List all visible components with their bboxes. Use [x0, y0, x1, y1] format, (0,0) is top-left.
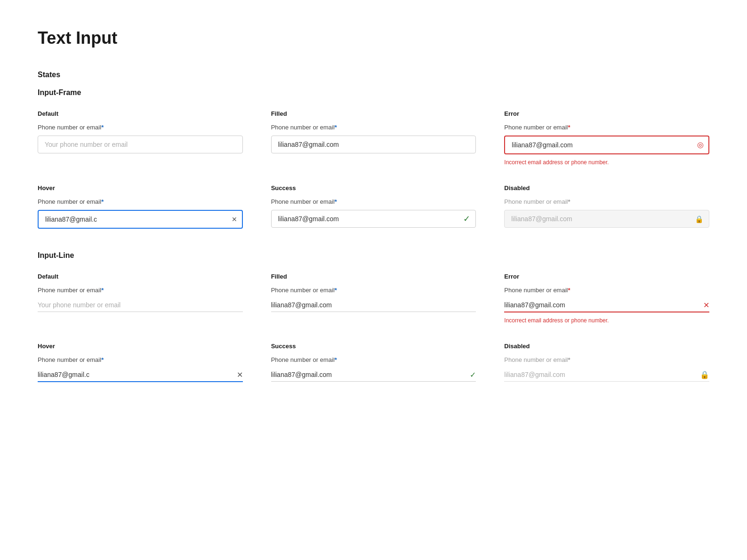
input-frame-section: Input-Frame Default Phone number or emai…: [38, 88, 709, 229]
line-field-group-hover: Hover Phone number or email* ✕: [38, 343, 243, 382]
line-state-label-hover: Hover: [38, 343, 243, 350]
line-field-label-hover: Phone number or email*: [38, 356, 243, 363]
line-field-label-filled: Phone number or email*: [271, 287, 476, 294]
state-label-success: Success: [271, 184, 476, 192]
field-label-success: Phone number or email*: [271, 198, 476, 205]
line-field-group-success: Success Phone number or email* ✓: [271, 343, 476, 382]
input-line-wrapper-success: ✓: [271, 368, 476, 382]
page-title: Text Input: [38, 28, 709, 48]
input-frame-grid: Default Phone number or email* Filled Ph…: [38, 110, 709, 229]
input-line-success[interactable]: [271, 368, 476, 382]
line-field-label-error: Phone number or email*: [504, 287, 709, 294]
input-wrapper-success: ✓: [271, 210, 476, 228]
state-label-filled: Filled: [271, 110, 476, 117]
field-group-filled: Filled Phone number or email*: [271, 110, 476, 166]
field-group-error: Error Phone number or email* ◎ Incorrect…: [504, 110, 709, 166]
state-label-default: Default: [38, 110, 243, 117]
input-line-error[interactable]: [504, 298, 709, 312]
line-state-label-filled: Filled: [271, 273, 476, 280]
error-message: Incorrect email address or phone number.: [504, 159, 709, 166]
line-state-label-success: Success: [271, 343, 476, 350]
field-label-hover: Phone number or email*: [38, 198, 243, 205]
input-wrapper-disabled: 🔒: [504, 210, 709, 228]
state-label-hover: Hover: [38, 184, 243, 192]
line-error-message: Incorrect email address or phone number.: [504, 317, 709, 324]
field-group-success: Success Phone number or email* ✓: [271, 184, 476, 229]
line-lock-icon: 🔒: [700, 371, 709, 379]
field-label-disabled: Phone number or email*: [504, 198, 709, 205]
input-line-label: Input-Line: [38, 251, 709, 260]
input-line-wrapper-hover: ✕: [38, 368, 243, 382]
line-state-label-error: Error: [504, 273, 709, 280]
field-group-default: Default Phone number or email*: [38, 110, 243, 166]
field-label-default: Phone number or email*: [38, 124, 243, 131]
line-field-label-disabled: Phone number or email*: [504, 356, 709, 363]
field-group-hover: Hover Phone number or email* ✕: [38, 184, 243, 229]
input-error[interactable]: [504, 136, 709, 154]
state-label-error: Error: [504, 110, 709, 117]
line-clear-icon-hover[interactable]: ✕: [237, 371, 243, 379]
line-field-label-default: Phone number or email*: [38, 287, 243, 294]
input-line-wrapper-filled: [271, 298, 476, 312]
clear-icon-hover[interactable]: ✕: [232, 216, 237, 223]
input-success[interactable]: [271, 210, 476, 228]
input-line-section: Input-Line Default Phone number or email…: [38, 251, 709, 382]
input-wrapper-filled: [271, 136, 476, 153]
input-line-wrapper-disabled: 🔒: [504, 368, 709, 382]
input-disabled: [504, 210, 709, 228]
input-wrapper-hover: ✕: [38, 210, 243, 229]
line-field-group-filled: Filled Phone number or email*: [271, 273, 476, 324]
line-success-icon: ✓: [470, 371, 476, 379]
input-line-wrapper-error: ✕: [504, 298, 709, 312]
input-line-disabled: [504, 368, 709, 382]
input-wrapper-error: ◎: [504, 136, 709, 154]
input-line-hover[interactable]: [38, 368, 243, 382]
line-state-label-default: Default: [38, 273, 243, 280]
line-error-icon: ✕: [703, 302, 709, 309]
states-label: States: [38, 71, 709, 79]
input-line-default[interactable]: [38, 298, 243, 312]
input-line-grid: Default Phone number or email* Filled Ph…: [38, 273, 709, 382]
input-filled[interactable]: [271, 136, 476, 153]
input-line-wrapper-default: [38, 298, 243, 312]
state-label-disabled: Disabled: [504, 184, 709, 192]
input-wrapper-default: [38, 136, 243, 153]
input-hover[interactable]: [38, 210, 243, 229]
input-frame-label: Input-Frame: [38, 88, 709, 97]
line-field-group-error: Error Phone number or email* ✕ Incorrect…: [504, 273, 709, 324]
success-icon: ✓: [463, 215, 470, 223]
line-field-label-success: Phone number or email*: [271, 356, 476, 363]
line-state-label-disabled: Disabled: [504, 343, 709, 350]
input-line-filled[interactable]: [271, 298, 476, 312]
lock-icon: 🔒: [695, 216, 704, 223]
field-label-filled: Phone number or email*: [271, 124, 476, 131]
error-icon: ◎: [697, 141, 704, 149]
input-default[interactable]: [38, 136, 243, 153]
line-field-group-disabled: Disabled Phone number or email* 🔒: [504, 343, 709, 382]
field-group-disabled: Disabled Phone number or email* 🔒: [504, 184, 709, 229]
field-label-error: Phone number or email*: [504, 124, 709, 131]
line-field-group-default: Default Phone number or email*: [38, 273, 243, 324]
states-section: States Input-Frame Default Phone number …: [38, 71, 709, 382]
